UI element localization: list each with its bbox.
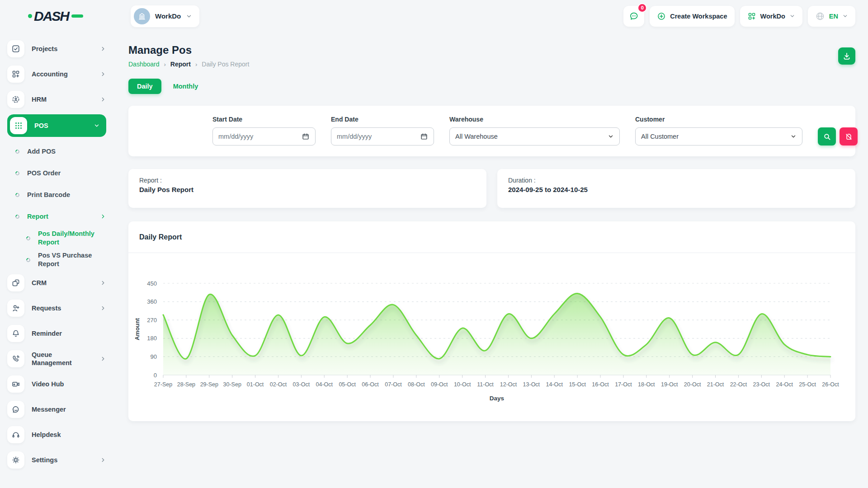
x-axis-label: 07-Oct (385, 381, 402, 388)
sidebar-item-requests[interactable]: Requests (7, 298, 106, 319)
y-axis-label: 360 (147, 298, 157, 305)
sidebar-item-pos-order[interactable]: POS Order (15, 164, 106, 182)
sidebar-item-helpdesk[interactable]: Helpdesk (7, 424, 106, 445)
warehouse-select[interactable]: All Warehouse (449, 127, 620, 145)
reset-filter-button[interactable] (840, 127, 858, 145)
chevron-right-icon (100, 457, 106, 463)
x-axis-label: 23-Oct (753, 381, 770, 388)
logo-dot-icon (28, 14, 32, 18)
daily-report-card: Daily Report 09018027036045027-Sep28-Sep… (128, 221, 855, 421)
x-axis-label: 27-Sep (154, 381, 172, 388)
x-axis-label: 08-Oct (408, 381, 425, 388)
language-selector[interactable]: EN (808, 6, 855, 27)
settings-icon (7, 451, 24, 469)
chevron-down-icon (790, 133, 797, 140)
x-axis-label: 04-Oct (316, 381, 333, 388)
x-axis-label: 29-Sep (200, 381, 218, 388)
x-axis-label: 26-Oct (822, 381, 839, 388)
warehouse-label: Warehouse (449, 116, 620, 123)
x-axis-label: 15-Oct (569, 381, 586, 388)
duration-value: 2024-09-25 to 2024-10-25 (508, 186, 844, 193)
sidebar-item-projects[interactable]: Projects (7, 38, 106, 59)
plus-circle-icon (657, 12, 666, 21)
duration-label: Duration : (508, 177, 844, 184)
workspace-menu-button[interactable]: WorkDo (740, 6, 802, 27)
sidebar-item-label: Video Hub (32, 380, 106, 388)
logo-text: DASH (34, 9, 69, 24)
download-report-button[interactable] (838, 47, 855, 65)
sidebar-item-queue-management[interactable]: Queue Management (7, 348, 106, 369)
calendar-icon (302, 132, 310, 141)
create-workspace-button[interactable]: Create Workspace (650, 6, 734, 27)
y-axis-label: 270 (147, 317, 157, 324)
sidebar-item-add-pos[interactable]: Add POS (15, 142, 106, 160)
y-axis-title: Amount (134, 318, 141, 340)
sidebar-item-label: Reminder (32, 329, 106, 338)
start-date-label: Start Date (212, 116, 316, 123)
sidebar-item-video-hub[interactable]: Video Hub (7, 374, 106, 394)
video-icon (7, 375, 24, 393)
duration-summary-card: Duration : 2024-09-25 to 2024-10-25 (497, 169, 855, 208)
start-date-input[interactable]: mm/dd/yyyy (212, 127, 316, 145)
search-button[interactable] (818, 127, 836, 145)
tab-monthly[interactable]: Monthly (170, 79, 202, 94)
filter-panel: Start Date mm/dd/yyyy End Date mm/dd/yyy… (128, 106, 855, 156)
sidebar-item-pos-daily-monthly-report[interactable]: Pos Daily/Monthly Report (26, 229, 106, 247)
pos-icon (10, 117, 27, 134)
sidebar-item-label: Requests (32, 304, 93, 312)
y-axis-label: 180 (147, 335, 157, 342)
chevron-down-icon (94, 122, 100, 129)
bullet-icon (14, 192, 20, 198)
chevron-right-icon (100, 96, 106, 103)
sidebar-item-print-barcode[interactable]: Print Barcode (15, 186, 106, 204)
x-axis-title: Days (490, 395, 504, 402)
chevron-down-icon (608, 133, 614, 140)
sidebar-item-accounting[interactable]: Accounting (7, 64, 106, 84)
customer-select[interactable]: All Customer (635, 127, 802, 145)
sidebar-item-messenger[interactable]: Messenger (7, 399, 106, 420)
x-axis-label: 18-Oct (638, 381, 655, 388)
report-value: Daily Pos Report (139, 186, 476, 193)
end-date-input[interactable]: mm/dd/yyyy (331, 127, 434, 145)
globe-icon (815, 11, 825, 21)
workspace-name: WorkDo (155, 12, 181, 20)
x-axis-label: 12-Oct (500, 381, 517, 388)
x-axis-label: 28-Sep (177, 381, 195, 388)
x-axis-label: 25-Oct (799, 381, 816, 388)
y-axis-label: 90 (151, 353, 157, 360)
x-axis-label: 20-Oct (684, 381, 701, 388)
sidebar-item-hrm[interactable]: HRM (7, 89, 106, 110)
x-axis-label: 09-Oct (431, 381, 448, 388)
y-axis-label: 0 (154, 372, 157, 379)
sidebar-item-report[interactable]: Report (15, 207, 106, 225)
workspace-selector[interactable]: WorkDo (131, 5, 199, 27)
x-axis-label: 03-Oct (293, 381, 310, 388)
projects-icon (7, 40, 24, 57)
x-axis-label: 21-Oct (707, 381, 724, 388)
x-axis-label: 17-Oct (615, 381, 632, 388)
bullet-icon (14, 149, 20, 155)
sidebar-item-pos-vs-purchase-report[interactable]: Pos VS Purchase Report (26, 251, 106, 269)
x-axis-label: 14-Oct (546, 381, 563, 388)
tab-daily[interactable]: Daily (128, 79, 161, 94)
sidebar-item-crm[interactable]: CRM (7, 272, 106, 293)
report-label: Report : (139, 177, 476, 184)
sidebar-item-reminder[interactable]: Reminder (7, 323, 106, 344)
x-axis-label: 05-Oct (339, 381, 356, 388)
sidebar-item-settings[interactable]: Settings (7, 450, 106, 470)
page-title: Manage Pos (128, 44, 249, 56)
notifications-button[interactable]: 0 (623, 6, 644, 27)
create-workspace-label: Create Workspace (670, 13, 727, 20)
sidebar-item-pos[interactable]: POS (7, 114, 106, 137)
breadcrumb-item[interactable]: Report (170, 61, 191, 68)
breadcrumb-item[interactable]: Dashboard (128, 61, 160, 68)
daily-report-chart: 09018027036045027-Sep28-Sep29-Sep30-Sep0… (128, 253, 855, 416)
calendar-icon (420, 132, 428, 141)
sidebar-item-label: CRM (32, 279, 93, 287)
bullet-icon (25, 257, 31, 263)
bullet-icon (14, 214, 20, 220)
x-axis-label: 11-Oct (477, 381, 494, 388)
sidebar-item-label: Report (27, 212, 92, 221)
sidebar-item-label: POS (34, 122, 86, 130)
sidebar-item-label: POS Order (27, 169, 106, 178)
